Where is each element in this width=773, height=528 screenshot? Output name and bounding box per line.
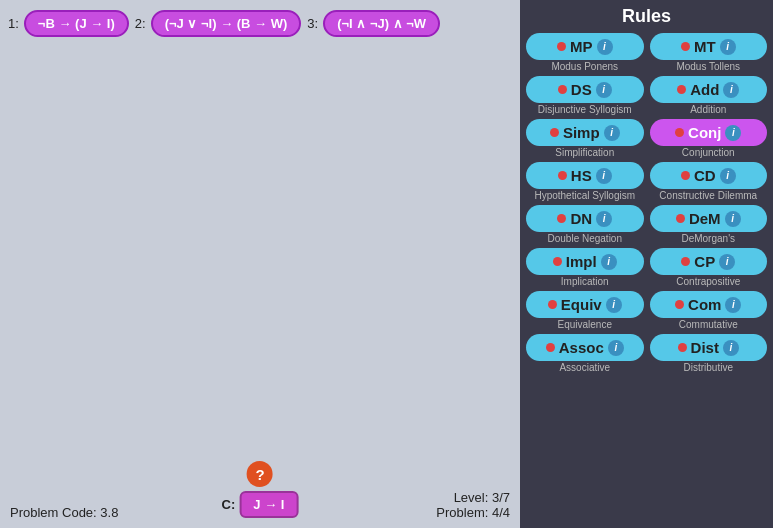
rule-item-dem: DeMiDeMorgan's bbox=[650, 205, 768, 244]
rule-dot bbox=[558, 171, 567, 180]
rule-button-mt[interactable]: MTi bbox=[650, 33, 768, 60]
rule-button-hs[interactable]: HSi bbox=[526, 162, 644, 189]
rule-label: Double Negation bbox=[548, 233, 623, 244]
rule-item-cp: CPiContrapositive bbox=[650, 248, 768, 287]
rule-item-mt: MTiModus Tollens bbox=[650, 33, 768, 72]
rule-info-icon[interactable]: i bbox=[720, 39, 736, 55]
rule-button-ds[interactable]: DSi bbox=[526, 76, 644, 103]
rule-item-mp: MPiModus Ponens bbox=[526, 33, 644, 72]
bottom-bar: Problem Code: 3.8 ? C: J → I Level: 3/7 … bbox=[0, 448, 520, 528]
rule-dot bbox=[553, 257, 562, 266]
rule-button-impl[interactable]: Impli bbox=[526, 248, 644, 275]
rule-item-impl: ImpliImplication bbox=[526, 248, 644, 287]
rule-info-icon[interactable]: i bbox=[596, 82, 612, 98]
problem-text: Problem: 4/4 bbox=[436, 505, 510, 520]
rule-label: Addition bbox=[690, 104, 726, 115]
rule-info-icon[interactable]: i bbox=[606, 297, 622, 313]
rule-button-dist[interactable]: Disti bbox=[650, 334, 768, 361]
rule-label: Implication bbox=[561, 276, 609, 287]
premise-item: 1:¬B → (J → I) bbox=[8, 10, 129, 37]
premise-label: 1: bbox=[8, 16, 19, 31]
rule-abbr: Assoc bbox=[559, 339, 604, 356]
premise-item: 3:(¬I ∧ ¬J) ∧ ¬W bbox=[307, 10, 440, 37]
rule-abbr: DeM bbox=[689, 210, 721, 227]
rule-button-cd[interactable]: CDi bbox=[650, 162, 768, 189]
rule-abbr: Simp bbox=[563, 124, 600, 141]
rule-abbr: MT bbox=[694, 38, 716, 55]
rule-label: Contrapositive bbox=[676, 276, 740, 287]
rule-info-icon[interactable]: i bbox=[725, 211, 741, 227]
rule-abbr: Impl bbox=[566, 253, 597, 270]
rule-item-dn: DNiDouble Negation bbox=[526, 205, 644, 244]
rule-button-assoc[interactable]: Associ bbox=[526, 334, 644, 361]
rule-item-hs: HSiHypothetical Syllogism bbox=[526, 162, 644, 201]
rule-button-add[interactable]: Addi bbox=[650, 76, 768, 103]
rule-label: Distributive bbox=[684, 362, 733, 373]
rule-item-add: AddiAddition bbox=[650, 76, 768, 115]
rule-button-dn[interactable]: DNi bbox=[526, 205, 644, 232]
rule-info-icon[interactable]: i bbox=[725, 297, 741, 313]
rule-abbr: Com bbox=[688, 296, 721, 313]
rule-abbr: Dist bbox=[691, 339, 719, 356]
premise-label: 2: bbox=[135, 16, 146, 31]
rule-abbr: MP bbox=[570, 38, 593, 55]
question-icon: ? bbox=[247, 461, 273, 487]
rule-abbr: Add bbox=[690, 81, 719, 98]
rule-item-ds: DSiDisjunctive Syllogism bbox=[526, 76, 644, 115]
rule-info-icon[interactable]: i bbox=[608, 340, 624, 356]
rule-dot bbox=[678, 343, 687, 352]
rule-info-icon[interactable]: i bbox=[604, 125, 620, 141]
rule-item-equiv: EquiviEquivalence bbox=[526, 291, 644, 330]
rule-dot bbox=[676, 214, 685, 223]
rule-dot bbox=[681, 42, 690, 51]
rule-button-cp[interactable]: CPi bbox=[650, 248, 768, 275]
rule-info-icon[interactable]: i bbox=[601, 254, 617, 270]
premise-pill[interactable]: (¬I ∧ ¬J) ∧ ¬W bbox=[323, 10, 440, 37]
rule-item-dist: DistiDistributive bbox=[650, 334, 768, 373]
rule-info-icon[interactable]: i bbox=[597, 39, 613, 55]
rule-button-conj[interactable]: Conji bbox=[650, 119, 768, 146]
rule-item-assoc: AssociAssociative bbox=[526, 334, 644, 373]
rules-panel: Rules MPiModus PonensMTiModus TollensDSi… bbox=[520, 0, 773, 528]
rule-label: Disjunctive Syllogism bbox=[538, 104, 632, 115]
rule-item-conj: ConjiConjunction bbox=[650, 119, 768, 158]
level-text: Level: 3/7 bbox=[454, 490, 510, 505]
rule-dot bbox=[548, 300, 557, 309]
rule-button-equiv[interactable]: Equivi bbox=[526, 291, 644, 318]
rule-label: Conjunction bbox=[682, 147, 735, 158]
premise-label: 3: bbox=[307, 16, 318, 31]
rule-item-cd: CDiConstructive Dilemma bbox=[650, 162, 768, 201]
rules-grid: MPiModus PonensMTiModus TollensDSiDisjun… bbox=[526, 33, 767, 373]
rule-item-simp: SimpiSimplification bbox=[526, 119, 644, 158]
rule-abbr: CD bbox=[694, 167, 716, 184]
rule-dot bbox=[558, 85, 567, 94]
rule-dot bbox=[681, 257, 690, 266]
premise-item: 2:(¬J ∨ ¬I) → (B → W) bbox=[135, 10, 302, 37]
rule-button-dem[interactable]: DeMi bbox=[650, 205, 768, 232]
rule-abbr: Equiv bbox=[561, 296, 602, 313]
rule-info-icon[interactable]: i bbox=[723, 340, 739, 356]
rule-info-icon[interactable]: i bbox=[723, 82, 739, 98]
conclusion-label: C: bbox=[222, 497, 236, 512]
rule-abbr: DN bbox=[570, 210, 592, 227]
rule-label: DeMorgan's bbox=[681, 233, 735, 244]
rule-info-icon[interactable]: i bbox=[720, 168, 736, 184]
rule-button-simp[interactable]: Simpi bbox=[526, 119, 644, 146]
rule-button-com[interactable]: Comi bbox=[650, 291, 768, 318]
rule-button-mp[interactable]: MPi bbox=[526, 33, 644, 60]
rule-abbr: DS bbox=[571, 81, 592, 98]
rule-label: Equivalence bbox=[558, 319, 612, 330]
rule-info-icon[interactable]: i bbox=[596, 211, 612, 227]
rule-info-icon[interactable]: i bbox=[725, 125, 741, 141]
rule-info-icon[interactable]: i bbox=[596, 168, 612, 184]
premise-pill[interactable]: (¬J ∨ ¬I) → (B → W) bbox=[151, 10, 302, 37]
rule-abbr: HS bbox=[571, 167, 592, 184]
rule-dot bbox=[557, 42, 566, 51]
rules-title: Rules bbox=[622, 6, 671, 27]
conclusion-pill[interactable]: J → I bbox=[239, 491, 298, 518]
bottom-right: Level: 3/7 Problem: 4/4 bbox=[436, 490, 510, 520]
bottom-left: Problem Code: 3.8 bbox=[10, 505, 118, 520]
rule-info-icon[interactable]: i bbox=[719, 254, 735, 270]
premise-pill[interactable]: ¬B → (J → I) bbox=[24, 10, 129, 37]
rule-dot bbox=[550, 128, 559, 137]
